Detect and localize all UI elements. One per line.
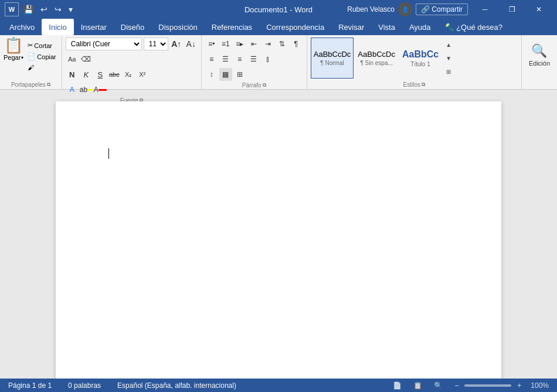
font-row-1: Calibri (Cuer 11 A↑ A↓ xyxy=(66,38,198,50)
increase-font-button[interactable]: A↑ xyxy=(170,38,183,50)
justify-button[interactable]: ☰ xyxy=(247,53,260,66)
window-controls: ─ ❐ ✕ xyxy=(471,0,552,19)
view-read-button[interactable]: 📋 xyxy=(410,380,426,391)
style-no-space[interactable]: AaBbCcDc ¶ Sin espa... xyxy=(355,38,398,79)
columns-button[interactable]: ⫿ xyxy=(261,53,274,66)
font-name-select[interactable]: Calibri (Cuer xyxy=(66,38,142,50)
edicion-button[interactable]: 🔍 Edición xyxy=(525,38,553,73)
menu-search[interactable]: 🔦 ¿Qué desea? xyxy=(438,19,510,35)
styles-scroll-up-button[interactable]: ▲ xyxy=(444,38,453,51)
paste-button[interactable]: 📋 Pegar▾ xyxy=(4,38,23,61)
redo-button[interactable]: ↪ xyxy=(52,4,64,15)
styles-scroll-down-button[interactable]: ▼ xyxy=(444,52,453,64)
strikethrough-button[interactable]: abc xyxy=(108,68,121,81)
para-row-1: ≡• ≡1 ≡▸ ⇤ ⇥ ⇅ ¶ xyxy=(205,38,303,50)
paste-label: Pegar▾ xyxy=(4,54,23,61)
title-bar: W 💾 ↩ ↪ ▾ Documento1 - Word Ruben Velasc… xyxy=(0,0,557,19)
text-highlight-button[interactable]: ab xyxy=(80,83,93,96)
font-size-select[interactable]: 11 xyxy=(144,38,168,50)
menu-disposicion[interactable]: Disposición xyxy=(151,19,204,35)
quick-access-toolbar: W 💾 ↩ ↪ ▾ xyxy=(5,2,75,16)
shading-button[interactable]: ▩ xyxy=(219,68,232,81)
underline-button[interactable]: S xyxy=(94,68,107,81)
paragraph-controls: ≡• ≡1 ≡▸ ⇤ ⇥ ⇅ ¶ ≡ ☰ ≡ ☰ ⫿ xyxy=(205,38,303,81)
menu-vista[interactable]: Vista xyxy=(371,19,402,35)
portapapeles-expand-icon[interactable]: ⧉ xyxy=(47,81,50,88)
group-portapapeles: 📋 Pegar▾ ✂ Cortar 📄 Copiar 🖌 Portapapele… xyxy=(0,35,62,89)
menu-ayuda[interactable]: Ayuda xyxy=(402,19,438,35)
view-normal-button[interactable]: 📄 xyxy=(389,380,405,391)
style-normal[interactable]: AaBbCcDc ¶ Normal xyxy=(311,38,354,79)
borders-button[interactable]: ⊞ xyxy=(233,68,246,81)
page-info[interactable]: Página 1 de 1 xyxy=(5,380,55,391)
group-edicion-content: 🔍 Edición xyxy=(525,35,553,87)
line-spacing-button[interactable]: ↕ xyxy=(205,68,218,81)
language-info[interactable]: Español (España, alfab. internacional) xyxy=(114,380,240,391)
group-parrafo-content: ≡• ≡1 ≡▸ ⇤ ⇥ ⇅ ¶ ≡ ☰ ≡ ☰ ⫿ xyxy=(205,35,303,81)
align-right-button[interactable]: ≡ xyxy=(233,53,246,66)
group-portapapeles-content: 📋 Pegar▾ ✂ Cortar 📄 Copiar 🖌 xyxy=(4,35,58,80)
close-button[interactable]: ✕ xyxy=(525,0,552,19)
group-estilos-content: AaBbCcDc ¶ Normal AaBbCcDc ¶ Sin espa...… xyxy=(311,35,518,80)
increase-indent-button[interactable]: ⇥ xyxy=(261,38,274,50)
zoom-out-button[interactable]: − xyxy=(451,380,462,391)
subscript-button[interactable]: X₂ xyxy=(122,68,135,81)
copy-button[interactable]: 📄 Copiar xyxy=(26,52,57,61)
qat-dropdown-button[interactable]: ▾ xyxy=(66,4,75,15)
zoom-control: − + 100% xyxy=(451,380,552,391)
styles-expand-button[interactable]: ⊞ xyxy=(444,65,453,78)
view-web-button[interactable]: 🔍 xyxy=(430,380,446,391)
align-left-button[interactable]: ≡ xyxy=(205,53,218,66)
text-effects-button[interactable]: A xyxy=(66,83,79,96)
menu-correspondencia[interactable]: Correspondencia xyxy=(259,19,331,35)
font-controls: Calibri (Cuer 11 A↑ A↓ Aa ⌫ N K xyxy=(66,38,198,96)
word-icon: W xyxy=(5,2,19,16)
save-button[interactable]: 💾 xyxy=(21,4,36,15)
zoom-level[interactable]: 100% xyxy=(527,380,552,391)
estilos-expand-icon[interactable]: ⧉ xyxy=(422,81,425,88)
italic-button[interactable]: K xyxy=(80,68,93,81)
menu-diseno[interactable]: Diseño xyxy=(114,19,151,35)
restore-button[interactable]: ❐ xyxy=(498,0,525,19)
cut-button[interactable]: ✂ Cortar xyxy=(26,41,57,50)
menu-inicio[interactable]: Inicio xyxy=(42,19,73,35)
bullets-button[interactable]: ≡• xyxy=(205,38,218,50)
minimize-button[interactable]: ─ xyxy=(471,0,498,19)
menu-referencias[interactable]: Referencias xyxy=(205,19,259,35)
menu-insertar[interactable]: Insertar xyxy=(74,19,114,35)
document-page[interactable] xyxy=(56,101,501,379)
document-container[interactable] xyxy=(0,90,557,379)
menu-bar: Archivo Inicio Insertar Diseño Disposici… xyxy=(0,19,557,35)
decrease-indent-button[interactable]: ⇤ xyxy=(247,38,260,50)
word-count[interactable]: 0 palabras xyxy=(64,380,104,391)
change-case-button[interactable]: Aa xyxy=(66,53,79,66)
avatar[interactable]: 👤 xyxy=(398,2,412,16)
font-color-button[interactable]: A xyxy=(94,83,107,96)
superscript-button[interactable]: X² xyxy=(136,68,149,81)
share-button[interactable]: 🔗 Compartir xyxy=(416,4,468,15)
zoom-in-button[interactable]: + xyxy=(514,380,525,391)
sort-button[interactable]: ⇅ xyxy=(276,38,288,50)
align-center-button[interactable]: ☰ xyxy=(219,53,232,66)
parrafo-expand-icon[interactable]: ⧉ xyxy=(263,82,266,88)
status-right: 📄 📋 🔍 − + 100% xyxy=(389,380,552,391)
group-portapapeles-label: Portapapeles ⧉ xyxy=(4,80,58,89)
clear-formatting-button[interactable]: ⌫ xyxy=(80,53,93,66)
menu-archivo[interactable]: Archivo xyxy=(2,19,42,35)
style-heading1[interactable]: AaBbCc Título 1 xyxy=(399,38,441,79)
group-edicion-label xyxy=(525,87,553,89)
decrease-font-button[interactable]: A↓ xyxy=(185,38,198,50)
edicion-icon: 🔍 xyxy=(531,43,547,59)
show-marks-button[interactable]: ¶ xyxy=(290,38,303,50)
numbering-button[interactable]: ≡1 xyxy=(219,38,232,50)
bold-button[interactable]: N xyxy=(66,68,79,81)
user-info: Ruben Velasco 👤 🔗 Compartir ─ ❐ ✕ xyxy=(347,0,552,19)
menu-revisar[interactable]: Revisar xyxy=(331,19,371,35)
undo-button[interactable]: ↩ xyxy=(38,4,50,15)
zoom-slider[interactable] xyxy=(464,384,511,387)
format-painter-button[interactable]: 🖌 xyxy=(26,63,57,71)
style-normal-label: ¶ Normal xyxy=(320,60,344,66)
style-normal-preview: AaBbCcDc xyxy=(314,50,351,59)
font-color-bar xyxy=(99,89,107,91)
multilevel-list-button[interactable]: ≡▸ xyxy=(233,38,246,50)
